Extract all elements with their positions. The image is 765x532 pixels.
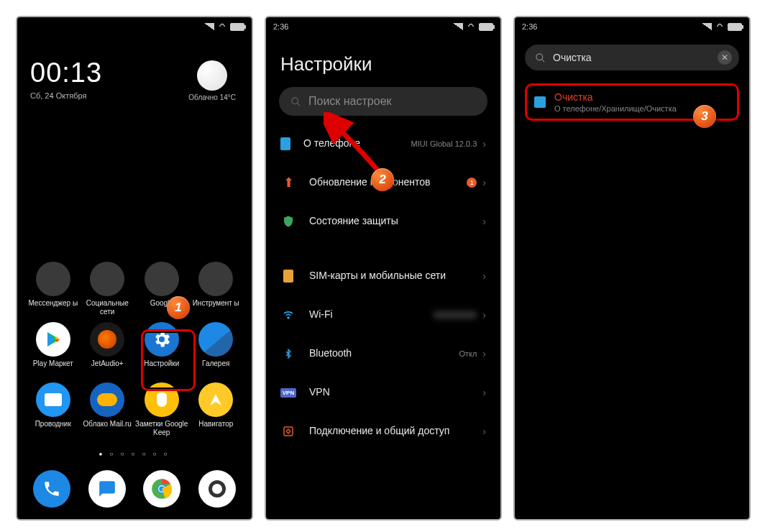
shield-icon <box>280 214 296 229</box>
chrome-icon <box>151 478 173 500</box>
battery-icon <box>479 23 493 31</box>
app-jetaudio[interactable]: JetAudio+ <box>81 322 135 377</box>
item-security-status[interactable]: Состояние защиты› <box>266 202 500 241</box>
svg-line-10 <box>297 103 300 106</box>
phone-home: 00:13 Сб, 24 Октября Облачно 14°C Мессен… <box>16 16 253 520</box>
clock-time: 00:13 <box>30 58 102 88</box>
result-path: О телефоне/Хранилище/Очистка <box>554 104 677 113</box>
wifi-icon <box>280 307 296 323</box>
app-folder-social[interactable]: Социальные сети <box>81 262 135 316</box>
battery-icon <box>230 23 244 31</box>
dock-camera[interactable] <box>198 470 236 508</box>
play-icon <box>44 330 63 349</box>
svg-line-14 <box>541 59 544 62</box>
upload-icon: ⬆ <box>280 175 296 191</box>
wifi-icon <box>467 22 475 30</box>
result-title: Очистка <box>554 91 677 103</box>
message-icon <box>98 480 116 498</box>
clear-button[interactable]: ✕ <box>718 50 732 65</box>
chevron-right-icon: › <box>482 216 486 227</box>
app-keep-notes[interactable]: Заметки Google Keep <box>134 382 189 437</box>
item-component-updates[interactable]: ⬆Обновление компонентов1› <box>266 163 500 202</box>
chevron-right-icon: › <box>482 177 486 188</box>
item-connection-sharing[interactable]: Подключение и общий доступ› <box>266 412 500 451</box>
gallery-icon <box>198 322 233 357</box>
search-placeholder: Поиск настроек <box>308 95 392 108</box>
item-vpn[interactable]: VPNVPN› <box>266 373 500 412</box>
dock-messages[interactable] <box>88 470 126 508</box>
weather-widget[interactable]: Облачно 14°C <box>188 60 236 101</box>
svg-point-11 <box>288 317 289 318</box>
search-icon <box>535 52 546 63</box>
signal-icon <box>453 23 463 30</box>
svg-point-13 <box>536 53 543 60</box>
clock-date: Сб, 24 Октября <box>30 91 102 100</box>
jetaudio-icon <box>98 330 116 349</box>
item-about-phone[interactable]: О телефонеMIUI Global 12.0.3› <box>266 124 500 163</box>
battery-icon <box>728 23 742 31</box>
bulb-icon <box>157 393 167 407</box>
item-sim-networks[interactable]: SIM-карты и мобильные сети› <box>266 257 500 295</box>
item-wifi[interactable]: Wi-Fi› <box>266 295 500 334</box>
wifi-value-blurred <box>434 311 477 318</box>
page-title: Настройки <box>266 36 500 87</box>
folder-icon <box>45 393 62 406</box>
status-bar <box>17 17 252 36</box>
app-settings[interactable]: Настройки <box>134 322 189 377</box>
vpn-icon: VPN <box>280 385 296 400</box>
phone-rect-icon <box>280 137 290 150</box>
svg-marker-4 <box>210 394 221 405</box>
clock-widget[interactable]: 00:13 Сб, 24 Октября <box>30 58 102 100</box>
dock <box>17 470 252 508</box>
share-icon <box>280 423 296 439</box>
phone-icon <box>42 480 61 498</box>
app-gallery[interactable]: Галерея <box>189 322 244 377</box>
chevron-right-icon: › <box>482 138 486 150</box>
settings-list: О телефонеMIUI Global 12.0.3› ⬆Обновлени… <box>266 124 500 451</box>
dock-phone[interactable] <box>33 470 70 508</box>
app-navigator[interactable]: Навигатор <box>189 382 244 437</box>
chevron-right-icon: › <box>482 426 486 437</box>
status-time: 2:36 <box>273 22 288 31</box>
result-icon <box>534 96 546 108</box>
status-bar: 2:36 <box>266 17 500 36</box>
phone-search-result: 2:36 ✕ Очистка О телефоне/Хранилище/Очис… <box>513 16 751 520</box>
svg-point-9 <box>292 97 298 104</box>
bluetooth-icon <box>280 346 296 362</box>
app-mailru-cloud[interactable]: Облако Mail.ru <box>81 382 135 437</box>
sim-icon <box>280 268 296 284</box>
camera-icon <box>209 480 226 497</box>
signal-icon <box>204 23 214 30</box>
app-grid: Мессенджер ы Социальные сети Google Инст… <box>17 262 252 437</box>
badge-count: 1 <box>467 178 477 188</box>
app-folder-google[interactable]: Google <box>134 262 189 316</box>
status-bar: 2:36 <box>515 17 749 36</box>
app-folder-tools[interactable]: Инструмент ы <box>189 262 244 316</box>
item-bluetooth[interactable]: BluetoothОткл› <box>266 334 500 373</box>
chevron-right-icon: › <box>482 387 486 398</box>
chevron-right-icon: › <box>482 348 486 359</box>
gear-icon <box>152 329 172 349</box>
wifi-icon <box>218 22 226 30</box>
search-input[interactable] <box>551 51 712 64</box>
page-dots: ● ○ ○ ○ ○ ○ ○ <box>17 451 252 457</box>
arrow-icon <box>207 391 224 408</box>
wifi-icon <box>715 22 723 30</box>
signal-icon <box>702 23 712 30</box>
cloud-icon <box>97 393 117 406</box>
app-play-market[interactable]: Play Маркет <box>26 322 81 377</box>
app-folder-messengers[interactable]: Мессенджер ы <box>26 262 81 316</box>
chevron-right-icon: › <box>482 309 486 321</box>
phone-settings: 2:36 Настройки Поиск настроек О телефоне… <box>265 16 502 520</box>
weather-text: Облачно 14°C <box>188 93 236 101</box>
search-icon <box>290 96 301 107</box>
svg-rect-12 <box>284 427 293 436</box>
dock-chrome[interactable] <box>143 470 180 508</box>
chevron-right-icon: › <box>482 270 486 282</box>
weather-icon <box>197 60 227 91</box>
search-field[interactable]: ✕ <box>525 45 739 70</box>
status-time: 2:36 <box>522 22 537 31</box>
app-file-manager[interactable]: Проводник <box>26 382 81 437</box>
search-result-cleanup[interactable]: Очистка О телефоне/Хранилище/Очистка <box>525 83 739 121</box>
settings-search[interactable]: Поиск настроек <box>279 87 487 116</box>
